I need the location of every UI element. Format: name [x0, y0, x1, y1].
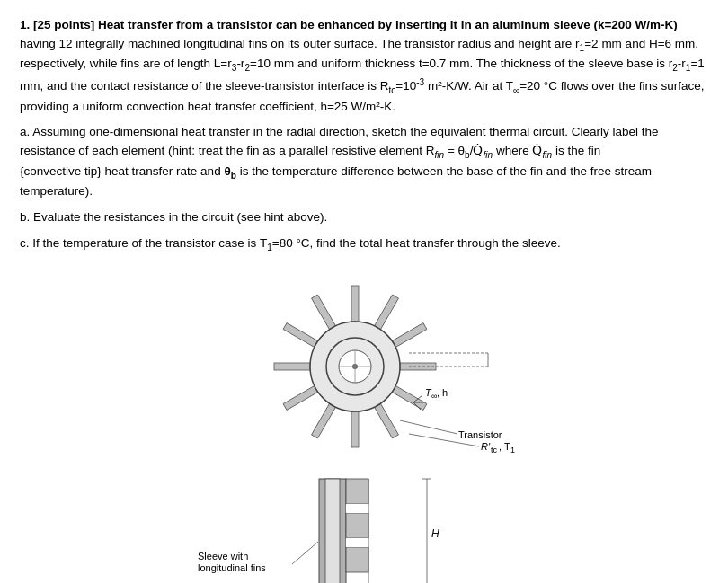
problem-number: 1. [25 points]: [20, 18, 94, 31]
svg-rect-34: [346, 513, 368, 538]
H-label: H: [431, 527, 439, 540]
svg-rect-37: [346, 538, 368, 547]
svg-rect-10: [283, 323, 318, 348]
figures-wrapper: T ∞ , h Transistor R' tc , T 1: [20, 263, 708, 583]
svg-rect-11: [312, 295, 336, 330]
svg-rect-9: [274, 363, 310, 370]
svg-rect-6: [351, 411, 359, 447]
svg-rect-4: [392, 386, 427, 411]
problem-title: Heat transfer from a transistor can be e…: [20, 18, 705, 113]
svg-rect-1: [375, 295, 399, 330]
svg-line-23: [400, 420, 457, 434]
svg-rect-0: [351, 286, 359, 322]
svg-rect-7: [312, 404, 336, 439]
svg-rect-8: [283, 386, 318, 411]
para-a: a. Assuming one-dimensional heat transfe…: [20, 123, 708, 201]
svg-rect-33: [346, 479, 368, 504]
sleeve-label-line2: longitudinal fins: [198, 562, 266, 573]
svg-rect-35: [346, 547, 368, 572]
sleeve-label-line1: Sleeve with: [198, 551, 248, 561]
svg-line-52: [292, 542, 318, 564]
svg-text:, h: , h: [437, 387, 448, 398]
svg-text:1: 1: [510, 446, 515, 455]
svg-rect-32: [325, 479, 340, 583]
svg-text:, T: , T: [499, 441, 510, 452]
problem-header: 1. [25 points] Heat transfer from a tran…: [20, 16, 708, 116]
problem-container: 1. [25 points] Heat transfer from a tran…: [20, 16, 708, 254]
top-figure-svg: T ∞ , h Transistor R' tc , T 1: [211, 263, 517, 470]
svg-rect-36: [346, 504, 368, 513]
top-figure-area: T ∞ , h Transistor R' tc , T 1: [211, 263, 517, 470]
bottom-figure-svg: H r₁ r₂ r₃ Sleeve with: [175, 461, 553, 583]
svg-rect-2: [392, 323, 427, 348]
rtc-label: R': [481, 441, 491, 452]
transistor-label: Transistor: [458, 429, 502, 440]
svg-rect-5: [375, 404, 399, 439]
para-b: b. Evaluate the resistances in the circu…: [20, 208, 708, 227]
svg-text:tc: tc: [491, 446, 498, 455]
bottom-figure-area: H r₁ r₂ r₃ Sleeve with: [175, 461, 553, 583]
para-c: c. If the temperature of the transistor …: [20, 234, 708, 254]
